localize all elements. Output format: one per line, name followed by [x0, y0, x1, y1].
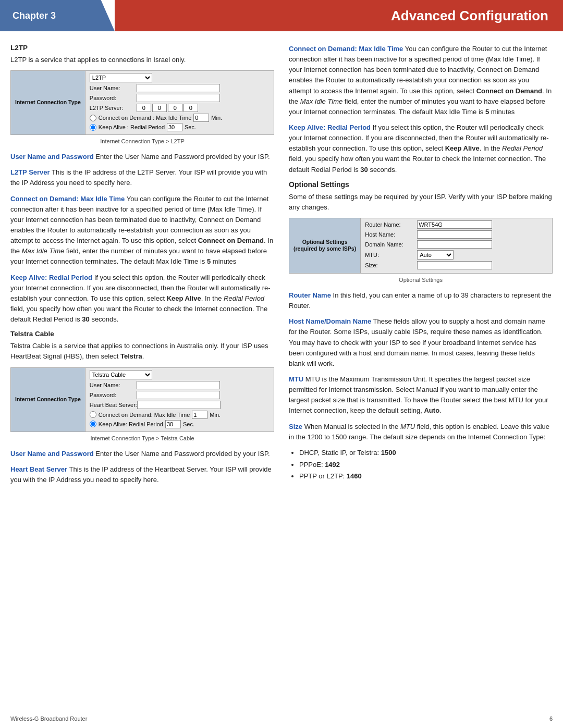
telstra-idle-time-input[interactable] [192, 411, 207, 419]
l2tp-username-row: User Name: [90, 84, 270, 92]
l2tp-connect-demand-radio[interactable] [90, 115, 96, 121]
right-connect-demand-heading: Connect on Demand: Max Idle Time [289, 45, 403, 53]
l2tp-password-row: Password: [90, 94, 270, 102]
l2tp-server-ip3[interactable] [168, 104, 182, 112]
telstra-keepalive-radio[interactable] [90, 421, 96, 427]
l2tp-server-ip1[interactable] [137, 104, 151, 112]
telstra-username-row: User Name: [90, 381, 270, 389]
optional-settings-box: Optional Settings(required by some ISPs)… [289, 218, 553, 274]
l2tp-conntype-select[interactable]: L2TP [90, 73, 152, 82]
optional-heading: Optional Settings [289, 180, 553, 189]
size-row: Size: [365, 261, 548, 269]
telstra-conntype-select[interactable]: Telstra Cable [90, 370, 152, 379]
l2tp-keepalive-radio[interactable] [90, 124, 96, 131]
telstra-heartbeat-input[interactable] [137, 401, 221, 409]
telstra-box-caption: Internet Connection Type > Telstra Cable [10, 435, 274, 441]
domain-name-row: Domain Name: [365, 240, 548, 249]
l2tp-idle-time-input[interactable] [193, 114, 209, 122]
telstra-heading: Telstra Cable [10, 330, 274, 338]
chapter-label: Chapter 3 [0, 0, 115, 31]
mtu-heading: MTU [289, 375, 303, 383]
right-column: Connect on Demand: Max Idle Time You can… [289, 44, 553, 490]
l2tp-username-input[interactable] [137, 84, 220, 92]
right-keep-alive-heading: Keep Alive: Redial Period [289, 124, 371, 131]
telstra-password-input[interactable] [137, 391, 220, 399]
heart-beat-heading: Heart Beat Server [10, 465, 67, 473]
heart-beat-para: Heart Beat Server This is the IP address… [10, 464, 274, 485]
l2tp-conntype-row: L2TP [90, 73, 270, 82]
l2tp-server-ip4[interactable] [183, 104, 198, 112]
telstra-connect-demand-radio[interactable] [90, 411, 96, 418]
telstra-redial-input[interactable] [165, 420, 181, 428]
mtu-select[interactable]: Auto Manual [417, 250, 454, 260]
host-name-input[interactable] [417, 230, 492, 239]
telstra-password-row: Password: [90, 391, 270, 399]
telstra-config-box: Internet Connection Type Telstra Cable U… [10, 367, 274, 432]
l2tp-user-pass-heading: User Name and Password [10, 153, 94, 161]
telstra-radio1-row: Connect on Demand: Max Idle Time Min. [90, 411, 270, 419]
telstra-intro: Telstra Cable is a service that applies … [10, 341, 274, 362]
optional-box-fields: Router Name: Host Name: Domain Name: MTU… [361, 218, 552, 273]
l2tp-server-heading: L2TP Server [10, 168, 50, 176]
l2tp-server-ip [137, 104, 198, 112]
list-item: DHCP, Static IP, or Telstra: 1500 [299, 448, 553, 459]
size-bullet-list: DHCP, Static IP, or Telstra: 1500 PPPoE:… [299, 448, 553, 482]
l2tp-connect-demand-para: Connect on Demand: Max Idle Time You can… [10, 194, 274, 267]
l2tp-user-pass-para: User Name and Password Enter the User Na… [10, 152, 274, 162]
footer-left: Wireless-G Broadband Router [10, 715, 87, 722]
telstra-radio2-row: Keep Alive: Redial Period Sec. [90, 420, 270, 428]
footer-right: 6 [549, 715, 553, 722]
list-item: PPTP or L2TP: 1460 [299, 471, 553, 482]
right-connect-demand-para: Connect on Demand: Max Idle Time You can… [289, 44, 553, 117]
size-para: Size When Manual is selected in the MTU … [289, 422, 553, 442]
host-name-row: Host Name: [365, 230, 548, 239]
telstra-box-label: Internet Connection Type [11, 368, 85, 431]
list-item: PPPoE: 1492 [299, 460, 553, 471]
mtu-para: MTU MTU is the Maximum Transmission Unit… [289, 374, 553, 416]
telstra-user-pass-para: User Name and Password Enter the User Na… [10, 449, 274, 459]
mtu-row: MTU: Auto Manual [365, 250, 548, 260]
title-text: Advanced Configuration [391, 8, 548, 24]
l2tp-server-row: L2TP Server: [90, 104, 270, 112]
host-domain-heading: Host Name/Domain Name [289, 317, 371, 325]
right-keep-alive-para: Keep Alive: Redial Period If you select … [289, 122, 553, 175]
telstra-user-pass-heading: User Name and Password [10, 450, 94, 458]
l2tp-server-para: L2TP Server This is the IP address of th… [10, 167, 274, 188]
chapter-text: Chapter 3 [13, 10, 56, 21]
telstra-box-fields: Telstra Cable User Name: Password: Heart… [85, 368, 274, 431]
l2tp-config-box: Internet Connection Type L2TP User Name:… [10, 70, 274, 135]
l2tp-heading: L2TP [10, 44, 274, 52]
router-name-para: Router Name In this field, you can enter… [289, 290, 553, 311]
main-content: L2TP L2TP is a service that applies to c… [0, 31, 563, 501]
domain-name-input[interactable] [417, 240, 492, 249]
telstra-heartbeat-row: Heart Beat Server: [90, 401, 270, 409]
telstra-username-input[interactable] [137, 381, 220, 389]
l2tp-radio2-row: Keep Alive : Redial Period Sec. [90, 123, 270, 131]
l2tp-keep-alive-para: Keep Alive: Redial Period If you select … [10, 273, 274, 325]
left-column: L2TP L2TP is a service that applies to c… [10, 44, 274, 490]
router-name-row: Router Name: [365, 220, 548, 229]
l2tp-redial-input[interactable] [167, 123, 182, 131]
l2tp-password-input[interactable] [137, 94, 220, 102]
l2tp-box-fields: L2TP User Name: Password: L2TP Server: [85, 71, 274, 134]
l2tp-keep-alive-heading: Keep Alive: Redial Period [10, 274, 92, 281]
l2tp-connect-demand-heading: Connect on Demand: Max Idle Time [10, 195, 125, 203]
optional-box-caption: Optional Settings [289, 277, 553, 283]
host-domain-para: Host Name/Domain Name These fields allow… [289, 316, 553, 369]
page-title: Advanced Configuration [115, 0, 563, 31]
telstra-conntype-row: Telstra Cable [90, 370, 270, 379]
optional-box-label: Optional Settings(required by some ISPs) [289, 218, 361, 273]
size-heading: Size [289, 423, 302, 430]
l2tp-radio1-row: Connect on Demand : Max Idle Time Min. [90, 114, 270, 122]
page-footer: Wireless-G Broadband Router 6 [10, 715, 553, 722]
router-name-input[interactable] [417, 220, 492, 229]
page-header: Chapter 3 Advanced Configuration [0, 0, 563, 31]
optional-intro: Some of these settings may be required b… [289, 192, 553, 213]
l2tp-box-caption: Internet Connection Type > L2TP [10, 138, 274, 144]
l2tp-box-label: Internet Connection Type [11, 71, 85, 134]
l2tp-intro: L2TP is a service that applies to connec… [10, 55, 274, 65]
router-name-heading: Router Name [289, 291, 331, 299]
size-input[interactable] [417, 261, 492, 269]
l2tp-server-ip2[interactable] [152, 104, 167, 112]
